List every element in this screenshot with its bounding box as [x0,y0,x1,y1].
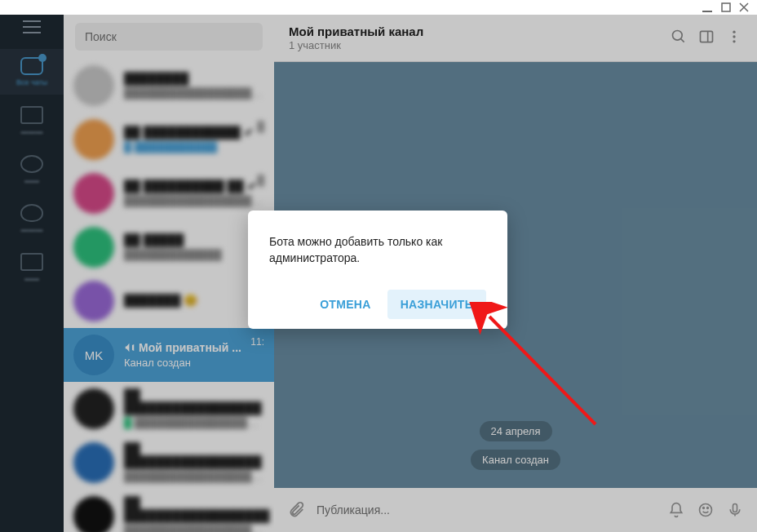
maximize-button[interactable] [721,2,731,12]
window-titlebar [0,0,757,15]
dialog-message: Бота можно добавить только как администр… [269,233,486,267]
confirm-dialog: Бота можно добавить только как администр… [248,211,507,329]
confirm-button[interactable]: НАЗНАЧИТЬ [387,290,486,319]
minimize-button[interactable] [702,2,713,13]
svg-rect-0 [702,11,712,12]
close-button[interactable] [739,2,749,12]
svg-rect-1 [722,3,730,11]
cancel-button[interactable]: ОТМЕНА [307,290,383,319]
